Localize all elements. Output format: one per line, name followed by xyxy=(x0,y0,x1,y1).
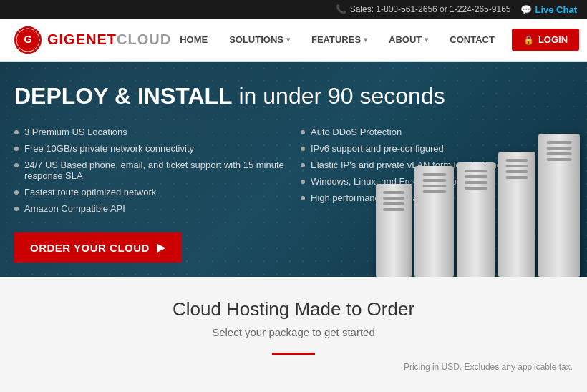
order-your-cloud-button[interactable]: ORDER YOUR CLOUD ▶ xyxy=(14,232,181,263)
server-tower-5 xyxy=(457,162,495,277)
live-chat-link[interactable]: 💬 Live Chat xyxy=(520,4,577,15)
nav-bar: G GIGENETCLOUD HOME SOLUTIONS ▾ FEATURES… xyxy=(0,19,587,62)
lower-section: Cloud Hosting Made to Order Select your … xyxy=(0,277,587,386)
phone-info: 📞 Sales: 1-800-561-2656 or 1-224-265-916… xyxy=(336,4,511,14)
chat-icon: 💬 xyxy=(520,4,532,15)
lower-subtitle: Select your package to get started xyxy=(14,326,573,338)
server-tower-3 xyxy=(498,152,535,277)
lower-divider xyxy=(272,353,315,355)
server-tower-1 xyxy=(376,184,412,277)
hero-title: DEPLOY & INSTALL in under 90 seconds xyxy=(14,83,573,109)
hero-col-left: 3 Premium US LocationsFree 10GB/s privat… xyxy=(14,124,286,263)
hero-feature-item: Amazon Compatible API xyxy=(14,200,286,217)
nav-home[interactable]: HOME xyxy=(171,29,216,51)
server-illustration xyxy=(387,112,587,277)
hero-feature-item: 3 Premium US Locations xyxy=(14,124,286,140)
live-chat-label: Live Chat xyxy=(535,4,577,15)
nav-solutions[interactable]: SOLUTIONS ▾ xyxy=(220,29,299,51)
server-tower-2 xyxy=(414,166,454,277)
top-bar: 📞 Sales: 1-800-561-2656 or 1-224-265-916… xyxy=(0,0,587,19)
hero-feature-item: 24/7 US Based phone, email, and ticket s… xyxy=(14,157,286,184)
hero-feature-item: Fastest route optimized network xyxy=(14,184,286,200)
logo: G GIGENETCLOUD xyxy=(14,26,171,54)
lock-icon: 🔒 xyxy=(523,35,534,45)
phone-number: Sales: 1-800-561-2656 or 1-224-265-9165 xyxy=(350,4,511,14)
logo-icon: G xyxy=(14,26,42,54)
arrow-icon: ▶ xyxy=(157,241,166,254)
lower-title: Cloud Hosting Made to Order xyxy=(14,298,573,320)
svg-text:G: G xyxy=(24,34,31,45)
nav-contact[interactable]: CONTACT xyxy=(441,29,503,51)
nav-features[interactable]: FEATURES ▾ xyxy=(303,29,376,51)
about-chevron-icon: ▾ xyxy=(425,36,428,44)
features-chevron-icon: ▾ xyxy=(364,36,367,44)
pricing-note: Pricing in USD. Excludes any applicable … xyxy=(14,362,573,372)
login-button[interactable]: 🔒 LOGIN xyxy=(512,29,579,51)
server-tower-4 xyxy=(538,134,580,277)
solutions-chevron-icon: ▾ xyxy=(286,36,290,44)
nav-links: HOME SOLUTIONS ▾ FEATURES ▾ ABOUT ▾ CONT… xyxy=(171,29,579,51)
logo-text: GIGENETCLOUD xyxy=(47,31,171,48)
nav-about[interactable]: ABOUT ▾ xyxy=(380,29,437,51)
hero-feature-item: Free 10GB/s private network connectivity xyxy=(14,140,286,157)
phone-icon: 📞 xyxy=(336,4,346,14)
hero-section: DEPLOY & INSTALL in under 90 seconds 3 P… xyxy=(0,62,587,277)
